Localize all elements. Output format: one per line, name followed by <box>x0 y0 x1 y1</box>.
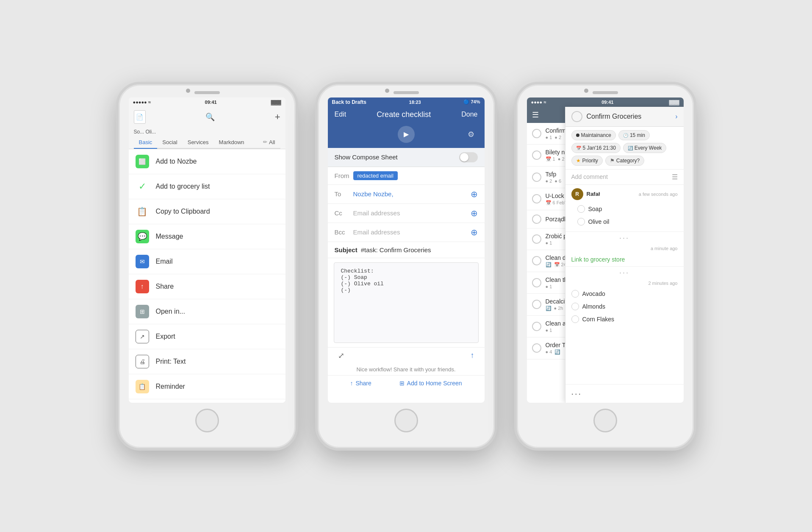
detail-chevron-icon[interactable]: › <box>675 113 677 120</box>
share-item-grocery[interactable]: ✓ Add to grocery list <box>129 174 285 199</box>
bcc-input[interactable]: Email addresses <box>353 228 467 236</box>
comment-header: R Rafał a few seconds ago <box>571 188 678 200</box>
add-home-btn[interactable]: ⊞ Add to Home Screen <box>399 380 462 387</box>
share-item-message[interactable]: 💬 Message <box>129 224 285 249</box>
message-icon: 💬 <box>136 230 149 243</box>
to-value[interactable]: Nozbe Nozbe, <box>353 190 467 198</box>
avatar: R <box>571 188 583 200</box>
from-label: From <box>335 172 350 179</box>
email-done-btn[interactable]: Done <box>461 111 477 118</box>
tag-maintenance[interactable]: Maintainance <box>571 130 616 140</box>
phone-1-home[interactable] <box>195 409 219 432</box>
cc-input[interactable]: Email addresses <box>353 209 467 217</box>
check-cornflakes-icon[interactable] <box>571 315 579 323</box>
phone-3-home[interactable] <box>593 409 617 432</box>
share-workflow-btn[interactable]: ↑ Share <box>350 380 371 387</box>
cc-add-icon[interactable]: ⊕ <box>471 208 478 218</box>
more-dots-1[interactable]: ··· <box>565 232 684 244</box>
back-to-drafts[interactable]: Back to Drafts <box>332 99 366 105</box>
task-name-2: Tsfp ● 2● 6 <box>546 171 562 184</box>
subject-value[interactable]: #task: Confirm Groceries <box>361 246 431 253</box>
compose-toggle-label: Show Compose Sheet <box>335 153 398 161</box>
footer-dots[interactable]: ··· <box>571 389 582 398</box>
checklist-item-soap: Soap <box>571 203 678 215</box>
tab-markdown[interactable]: Markdown <box>214 136 249 148</box>
status-bar-1: ●●●●● ≈ 09:41 ▓▓▓ <box>129 97 285 107</box>
check-almonds-icon[interactable] <box>571 303 579 310</box>
phone-3: ●●●● ≈ 09:41 ▓▓▓ ☰ Confirm ● 1● 2 Bilety… <box>514 82 696 451</box>
share-item-nozbe[interactable]: ⬜ Add to Nozbe <box>129 149 285 174</box>
to-add-icon[interactable]: ⊕ <box>471 189 478 199</box>
task-circle-8 <box>532 300 541 309</box>
tag-time[interactable]: 15 min <box>618 130 650 140</box>
share-item-list-reminders[interactable]: 📋 List in Reminders <box>129 399 285 403</box>
tab-services[interactable]: Services <box>183 136 214 148</box>
tab-basic[interactable]: Basic <box>134 136 158 149</box>
repeat-icon <box>628 145 633 151</box>
tag-category[interactable]: Category? <box>605 156 644 166</box>
task-circle-2 <box>532 173 541 182</box>
share-item-clipboard[interactable]: 📋 Copy to Clipboard <box>129 199 285 224</box>
tag-dot-icon <box>576 134 579 137</box>
comment-input[interactable]: Add comment <box>571 173 668 180</box>
signal-dots: ●●●●● ≈ <box>133 100 151 105</box>
share-item-email[interactable]: ✉ Email <box>129 249 285 274</box>
gear-button[interactable]: ⚙ <box>464 128 478 141</box>
more-dots-2[interactable]: ··· <box>565 267 684 279</box>
flag-icon <box>610 158 615 164</box>
share-item-print[interactable]: 🖨 Print: Text <box>129 349 285 374</box>
phone-3-screen: ●●●● ≈ 09:41 ▓▓▓ ☰ Confirm ● 1● 2 Bilety… <box>527 97 684 403</box>
check-avocado-icon[interactable] <box>571 290 579 298</box>
email-body[interactable]: Checklist: (-) Soap (-) Olive oil (-) <box>334 262 479 343</box>
pencil-icon: ✏ <box>263 139 267 145</box>
detail-title-circle <box>571 111 582 122</box>
upload-icon[interactable]: ↑ <box>471 351 474 360</box>
share-item-openin[interactable]: ⊞ Open in... <box>129 299 285 324</box>
export-label: Export <box>156 333 175 340</box>
share-item-reminder[interactable]: 📋 Reminder <box>129 374 285 399</box>
grocery-link[interactable]: Link to grocery store <box>565 253 684 267</box>
cornflakes-label: Corn Flakes <box>582 316 614 323</box>
phone-2-home[interactable] <box>394 409 418 432</box>
preview-text: So... Oli... <box>134 129 156 135</box>
play-button[interactable]: ▶ <box>398 126 415 143</box>
compose-toggle-switch[interactable] <box>459 152 478 162</box>
email-edit-btn[interactable]: Edit <box>335 111 346 118</box>
share-preview: So... Oli... <box>134 127 280 136</box>
soap-label: Soap <box>588 206 602 212</box>
link-time-2: 2 minutes ago <box>565 279 684 287</box>
check-soap-icon[interactable] <box>577 205 585 213</box>
subject-field: Subject #task: Confirm Groceries <box>328 242 485 258</box>
calendar-icon <box>576 145 581 151</box>
cc-field: Cc Email addresses ⊕ <box>328 204 485 223</box>
tag-date[interactable]: 5 Jan'16 21:30 <box>571 143 621 153</box>
share-item-export[interactable]: ↗ Export <box>129 324 285 349</box>
checklist-item-cornflakes: Corn Flakes <box>565 313 684 326</box>
expand-icon[interactable]: ⤢ <box>338 351 344 360</box>
grocery-label: Add to grocery list <box>156 183 210 190</box>
check-olive-icon[interactable] <box>577 218 585 226</box>
hamburger-icon[interactable]: ☰ <box>532 110 539 120</box>
detail-tags: Maintainance 15 min 5 Jan'16 21:30 Every… <box>565 127 684 170</box>
share-item-share[interactable]: ↑ Share <box>129 274 285 299</box>
tag-repeat[interactable]: Every Week <box>623 143 666 153</box>
toggle-thumb <box>460 153 468 162</box>
tag-date-label: 5 Jan'16 21:30 <box>583 145 616 151</box>
add-icon[interactable]: + <box>275 111 280 123</box>
from-value[interactable]: redacted email <box>353 171 398 180</box>
grocery-check-icon: ✓ <box>136 180 149 193</box>
tag-priority-label: Priority <box>582 158 598 164</box>
tag-priority[interactable]: Priority <box>571 156 603 166</box>
phone-2-camera <box>385 89 389 93</box>
status-bar-3: ●●●● ≈ 09:41 ▓▓▓ <box>527 97 684 107</box>
task-circle-6 <box>532 256 541 265</box>
bcc-add-icon[interactable]: ⊕ <box>471 227 478 237</box>
clock-icon <box>623 132 628 138</box>
comment-list-icon[interactable]: ☰ <box>672 173 678 181</box>
share-icon: ↑ <box>136 280 149 293</box>
search-icon[interactable]: 🔍 <box>205 112 215 122</box>
email-label: Email <box>156 258 173 265</box>
tab-all[interactable]: ✏ All <box>258 136 280 148</box>
tab-social[interactable]: Social <box>157 136 182 148</box>
link-time-1: a minute ago <box>565 244 684 253</box>
